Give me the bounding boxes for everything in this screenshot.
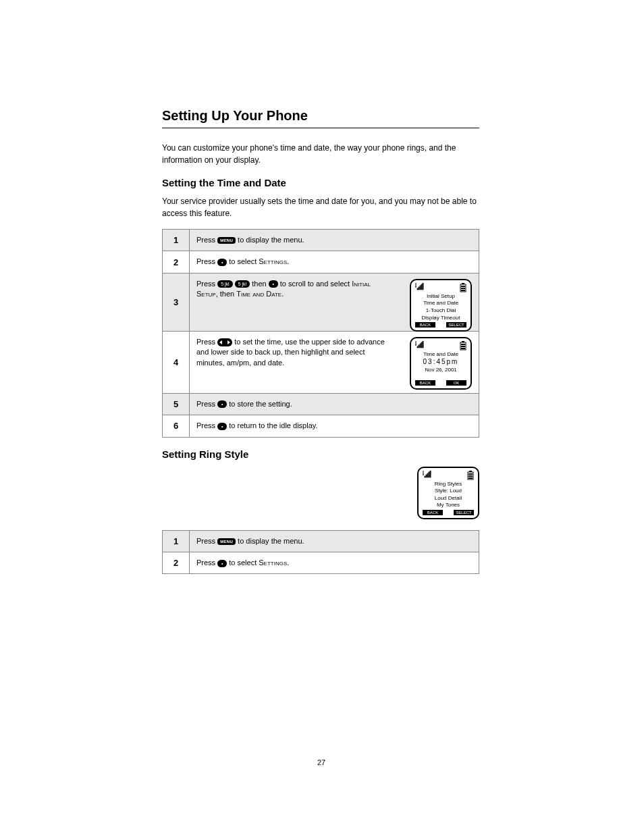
- signal-icon: [415, 341, 426, 349]
- lcd-softkey-left: BACK: [415, 380, 435, 386]
- page-number: 27: [317, 758, 325, 766]
- step-cell: Press to set the time, use the upper sid…: [190, 331, 479, 393]
- ok-key-icon: •: [217, 259, 227, 266]
- lcd-softkey-right: SELECT: [454, 510, 474, 515]
- ok-key-icon: •: [217, 423, 227, 430]
- lcd-softkey-left: BACK: [415, 322, 435, 328]
- svg-rect-3: [461, 288, 465, 289]
- phone-display: Ring Styles Style: Loud Loud Detail My T…: [417, 467, 479, 519]
- lcd-line: 1-Touch Dial: [415, 307, 466, 314]
- title-rule: [162, 128, 479, 128]
- phone-display: Time and Date 03:45pm Nov 26, 2001 BACK …: [410, 337, 472, 390]
- section-heading-time: Setting the Time and Date: [162, 177, 479, 188]
- step-cell: Press • to return to the idle display.: [190, 415, 479, 437]
- lcd-line: Display Timeout: [415, 315, 466, 321]
- step-number: 5: [163, 393, 190, 415]
- nav-key-icon: [217, 338, 232, 346]
- section-heading-ring: Setting Ring Style: [162, 448, 479, 460]
- steps-table-1: 1 Press MENU to display the menu. 2 Pres…: [162, 229, 479, 438]
- lcd-line: Style: Loud: [423, 488, 474, 494]
- five-key-icon: 5 jkl: [235, 280, 250, 288]
- step-number: 3: [163, 273, 190, 331]
- step-cell: Press • to select Settings.: [190, 251, 479, 273]
- svg-rect-14: [468, 477, 473, 479]
- battery-icon: [467, 471, 474, 480]
- section-paragraph: Your service provider usually sets the t…: [162, 195, 479, 219]
- steps-table-2: 1 Press MENU to display the menu. 2 Pres…: [162, 530, 479, 575]
- step-number: 2: [163, 251, 190, 273]
- page-content: Setting Up Your Phone You can customize …: [162, 108, 479, 583]
- step-number: 2: [163, 552, 190, 573]
- page-title: Setting Up Your Phone: [162, 108, 479, 124]
- lcd-line: Time and Date: [415, 300, 466, 307]
- ok-key-icon: •: [217, 560, 227, 567]
- menu-key-icon: MENU: [217, 237, 236, 244]
- step-cell: Press • to select Settings.: [190, 552, 479, 573]
- step-cell: Press • to store the setting.: [190, 393, 479, 415]
- battery-icon: [460, 283, 466, 292]
- svg-rect-4: [461, 290, 465, 291]
- step-number: 1: [163, 230, 190, 251]
- lcd-line: Nov 26, 2001: [415, 367, 466, 373]
- ok-key-icon: •: [269, 280, 278, 288]
- step-cell: Press 5 jkl 5 jkl then • to scroll to an…: [190, 273, 479, 331]
- lcd-line: Loud Detail: [423, 495, 474, 502]
- lcd-line: Initial Setup: [415, 293, 466, 300]
- signal-icon: [415, 283, 426, 291]
- step-number: 6: [163, 415, 190, 437]
- svg-rect-9: [461, 348, 465, 349]
- step-cell: Press MENU to display the menu.: [190, 530, 479, 552]
- intro-paragraph: You can customize your phone's time and …: [162, 142, 479, 166]
- lcd-line: My Tones: [423, 502, 474, 509]
- step-number: 1: [163, 530, 190, 552]
- lcd-line: 03:45pm: [415, 358, 466, 366]
- five-key-icon: 5 jkl: [217, 280, 232, 288]
- lcd-softkey-right: OK: [446, 380, 466, 386]
- lcd-line: Ring Styles: [423, 481, 474, 488]
- svg-rect-7: [461, 344, 465, 345]
- step-cell: Press MENU to display the menu.: [190, 230, 479, 251]
- battery-icon: [460, 341, 466, 350]
- svg-rect-8: [461, 346, 465, 347]
- ok-key-icon: •: [217, 400, 227, 408]
- lcd-line: Time and Date: [415, 351, 466, 358]
- svg-rect-13: [468, 475, 473, 477]
- svg-rect-2: [461, 286, 465, 287]
- lcd-softkey-left: BACK: [423, 510, 443, 515]
- signal-icon: [423, 471, 433, 479]
- phone-display: Initial Setup Time and Date 1-Touch Dial…: [410, 279, 472, 332]
- step-number: 4: [163, 331, 190, 393]
- lcd-softkey-right: SELECT: [446, 322, 466, 328]
- menu-key-icon: MENU: [217, 538, 236, 545]
- svg-rect-12: [468, 473, 473, 475]
